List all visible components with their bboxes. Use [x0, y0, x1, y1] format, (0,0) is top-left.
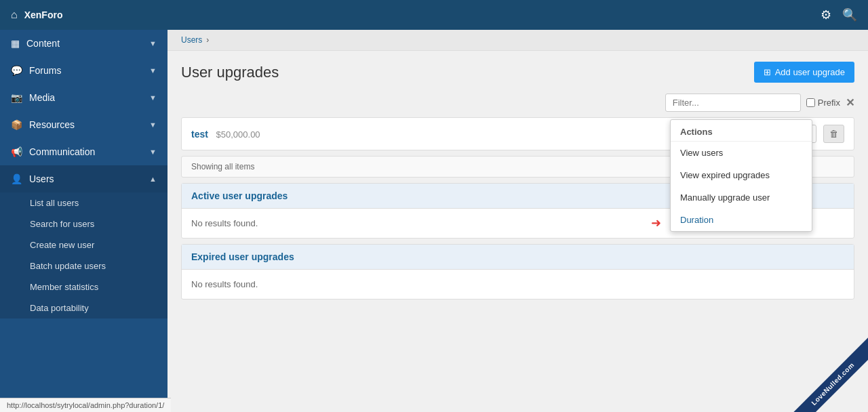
- filter-bar: Prefix ✕: [167, 94, 868, 117]
- active-upgrades-title: Active user upgrades: [191, 190, 288, 201]
- app-name: XenForo: [24, 9, 63, 20]
- expired-upgrades-header: Expired user upgrades: [182, 245, 854, 270]
- forums-icon: 💬: [11, 65, 22, 76]
- search-icon[interactable]: 🔍: [842, 7, 857, 22]
- page-header: User upgrades ⊞ Add user upgrade: [167, 51, 868, 94]
- expired-upgrades-body: No results found.: [182, 270, 854, 299]
- prefix-label: Prefix: [818, 98, 840, 108]
- nav-left: ⌂ XenForo: [11, 9, 62, 21]
- upgrade-price: $50,000.00: [216, 129, 260, 140]
- top-navigation: ⌂ XenForo ⚙ 🔍: [0, 0, 868, 30]
- communication-icon: 📢: [11, 146, 22, 157]
- expired-no-results: No results found.: [191, 279, 258, 289]
- plus-icon: ⊞: [764, 67, 771, 77]
- breadcrumb-users-link[interactable]: Users: [181, 35, 202, 45]
- upgrade-item-info: test $50,000.00: [191, 129, 260, 140]
- sidebar-item-forums[interactable]: 💬 Forums ▼: [0, 57, 167, 84]
- expired-upgrades-title: Expired user upgrades: [191, 251, 294, 262]
- breadcrumb-separator: ›: [206, 35, 209, 45]
- chevron-down-icon: ▼: [149, 121, 157, 129]
- action-view-users[interactable]: View users: [671, 142, 812, 164]
- filter-prefix-group: Prefix: [806, 98, 840, 108]
- add-user-upgrade-button[interactable]: ⊞ Add user upgrade: [754, 62, 854, 83]
- content-icon: ▦: [11, 38, 20, 49]
- sidebar-item-users[interactable]: 👤 Users ▲: [0, 165, 167, 192]
- submenu-batch-update-users[interactable]: Batch update users: [0, 255, 167, 276]
- filter-close-button[interactable]: ✕: [846, 96, 854, 109]
- sidebar-label-forums: Forums: [29, 65, 61, 76]
- sidebar-label-users: Users: [29, 173, 54, 184]
- chevron-down-icon: ▼: [149, 148, 157, 156]
- filter-input[interactable]: [665, 94, 801, 112]
- submenu-search-for-users[interactable]: Search for users: [0, 213, 167, 234]
- action-duration[interactable]: Duration: [671, 209, 812, 231]
- status-bottom-bar: http://localhost/sytrylocal/admin.php?du…: [0, 398, 171, 412]
- action-manually-upgrade-user[interactable]: Manually upgrade user: [671, 186, 812, 209]
- chevron-down-icon: ▼: [149, 94, 157, 102]
- chevron-down-icon: ▼: [149, 66, 157, 75]
- actions-menu-title: Actions: [671, 120, 812, 142]
- submenu-create-new-user[interactable]: Create new user: [0, 234, 167, 255]
- showing-all-label: Showing all items: [191, 162, 254, 171]
- submenu-data-portability[interactable]: Data portability: [0, 297, 167, 318]
- resources-icon: 📦: [11, 119, 22, 130]
- sidebar-item-media[interactable]: 📷 Media ▼: [0, 84, 167, 111]
- users-icon: 👤: [11, 173, 22, 184]
- submenu-list-all-users[interactable]: List all users: [0, 192, 167, 213]
- sidebar-item-content[interactable]: ▦ Content ▼: [0, 30, 167, 57]
- sidebar: ▦ Content ▼ 💬 Forums ▼ 📷 Media ▼ 📦 Resou…: [0, 30, 167, 412]
- delete-button[interactable]: 🗑: [823, 125, 844, 143]
- expired-upgrades-section: Expired user upgrades No results found.: [181, 244, 854, 300]
- actions-dropdown-menu: Actions View users View expired upgrades…: [670, 119, 812, 232]
- breadcrumb: Users ›: [167, 30, 868, 51]
- sidebar-label-resources: Resources: [29, 119, 75, 130]
- sidebar-label-content: Content: [26, 38, 60, 49]
- url-status: http://localhost/sytrylocal/admin.php?du…: [7, 401, 164, 409]
- home-icon[interactable]: ⌂: [11, 9, 18, 21]
- sidebar-item-resources[interactable]: 📦 Resources ▼: [0, 111, 167, 138]
- chevron-down-icon: ▼: [149, 39, 157, 47]
- nav-right: ⚙ 🔍: [821, 7, 857, 22]
- trash-icon: 🗑: [829, 129, 838, 139]
- submenu-member-statistics[interactable]: Member statistics: [0, 276, 167, 297]
- prefix-checkbox[interactable]: [806, 98, 815, 107]
- active-no-results: No results found.: [191, 218, 258, 228]
- sidebar-label-communication: Communication: [29, 146, 95, 157]
- media-icon: 📷: [11, 92, 22, 103]
- sidebar-label-media: Media: [29, 92, 55, 103]
- action-view-expired-upgrades[interactable]: View expired upgrades: [671, 164, 812, 186]
- users-submenu: List all users Search for users Create n…: [0, 192, 167, 318]
- settings-icon[interactable]: ⚙: [821, 7, 831, 22]
- chevron-up-icon: ▲: [149, 175, 157, 183]
- upgrade-name[interactable]: test: [191, 129, 208, 140]
- page-title: User upgrades: [181, 64, 279, 81]
- sidebar-item-communication[interactable]: 📢 Communication ▼: [0, 138, 167, 165]
